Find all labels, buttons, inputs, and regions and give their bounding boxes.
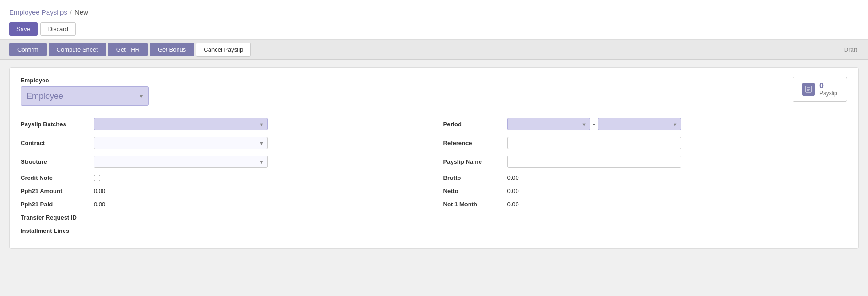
compute-sheet-button[interactable]: Compute Sheet [49,43,106,56]
right-fields: Period ▼ - ▼ [434,115,848,237]
field-row-period: Period ▼ - ▼ [434,115,848,134]
contract-select[interactable] [94,137,268,149]
net-1-month-label: Net 1 Month [443,201,507,208]
pph21-paid-value: 0.00 [94,201,105,208]
cancel-payslip-button[interactable]: Cancel Payslip [196,43,251,57]
payslip-name-label: Payslip Name [443,158,507,165]
payslip-batches-select-wrapper: ▼ [94,118,268,130]
payslip-icon [802,83,815,96]
pph21-amount-label: Pph21 Amount [21,188,94,194]
payslip-label: Payslip [819,90,837,97]
brutto-label: Brutto [443,174,507,181]
payslip-name-input[interactable] [507,156,681,168]
field-row-payslip-name: Payslip Name [434,152,848,171]
left-fields: Payslip Batches ▼ Contract ▼ [21,115,434,237]
payslip-batches-label: Payslip Batches [21,121,94,128]
breadcrumb-separator: / [70,8,72,16]
reference-label: Reference [443,140,507,146]
field-row-netto: Netto 0.00 [434,184,848,198]
credit-note-label: Credit Note [21,174,94,181]
transfer-request-id-label: Transfer Request ID [21,214,94,221]
breadcrumb-current: New [75,8,88,16]
employee-field-label: Employee [21,77,149,84]
pph21-paid-label: Pph21 Paid [21,201,94,208]
structure-select[interactable] [94,156,268,168]
status-badge: Draft [844,46,859,53]
pph21-amount-value: 0.00 [94,188,105,194]
employee-select[interactable]: Employee [21,86,149,106]
field-row-reference: Reference [434,134,848,152]
fields-grid: Payslip Batches ▼ Contract ▼ [21,115,847,237]
employee-section: Employee Employee ▼ 0 Payslip [21,77,847,106]
reference-input[interactable] [507,137,681,149]
field-row-structure: Structure ▼ [21,152,434,171]
field-row-transfer-request-id: Transfer Request ID [21,211,434,224]
field-row-brutto: Brutto 0.00 [434,171,848,184]
contract-label: Contract [21,140,94,146]
period-from-wrapper: ▼ [507,118,591,130]
employee-select-wrapper: Employee ▼ [21,86,149,106]
field-row-pph21-paid: Pph21 Paid 0.00 [21,198,434,211]
confirm-button[interactable]: Confirm [9,43,47,56]
credit-note-checkbox[interactable] [94,175,100,181]
period-from-select[interactable] [507,118,591,130]
brutto-value: 0.00 [507,174,519,181]
net-1-month-value: 0.00 [507,201,519,208]
field-row-installment-lines: Installment Lines [21,224,434,237]
discard-button[interactable]: Discard [40,22,76,36]
installment-lines-label: Installment Lines [21,227,94,234]
payslip-card[interactable]: 0 Payslip [793,77,847,102]
period-label: Period [443,121,507,128]
field-row-credit-note: Credit Note [21,171,434,184]
save-button[interactable]: Save [9,22,38,36]
netto-value: 0.00 [507,188,519,194]
structure-select-wrapper: ▼ [94,156,268,168]
period-dash: - [593,121,595,128]
form-container: Employee Employee ▼ 0 Payslip [9,67,859,249]
payslip-info: 0 Payslip [819,82,837,97]
structure-label: Structure [21,158,94,165]
breadcrumb-parent[interactable]: Employee Payslips [9,8,67,16]
action-bar: Confirm Compute Sheet Get THR Get Bonus … [0,40,868,60]
field-row-net-1-month: Net 1 Month 0.00 [434,198,848,211]
period-to-select[interactable] [598,118,681,130]
payslip-batches-select[interactable] [94,118,268,130]
field-row-contract: Contract ▼ [21,134,434,152]
breadcrumb: Employee Payslips / New [9,5,859,19]
payslip-count: 0 [819,82,837,90]
field-row-payslip-batches: Payslip Batches ▼ [21,115,434,134]
contract-select-wrapper: ▼ [94,137,268,149]
field-row-pph21-amount: Pph21 Amount 0.00 [21,184,434,198]
get-thr-button[interactable]: Get THR [108,43,148,56]
period-to-wrapper: ▼ [598,118,681,130]
netto-label: Netto [443,188,507,194]
get-bonus-button[interactable]: Get Bonus [150,43,194,56]
